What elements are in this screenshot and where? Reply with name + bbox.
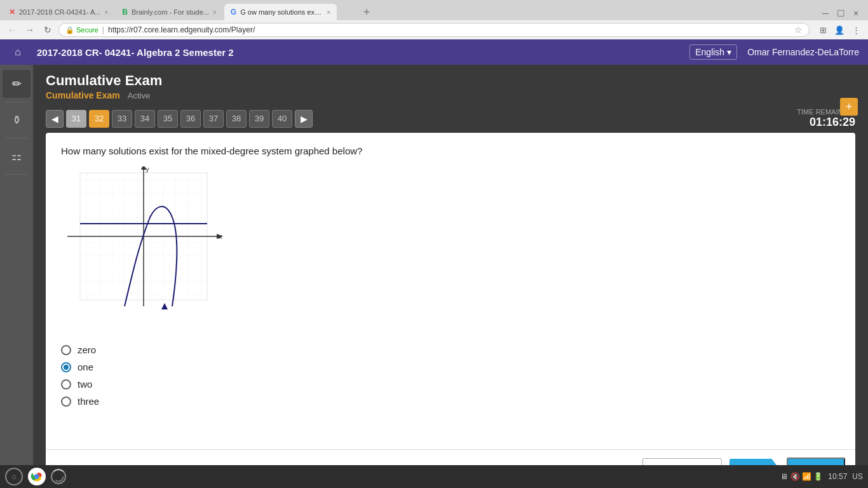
timer-value: 01:16:29 [797,116,855,129]
content-area: Cumulative Exam Cumulative Exam Active ◀… [33,65,868,488]
choice-three-label: three [78,396,99,407]
taskbar-start-button[interactable]: ○ [5,468,23,485]
graph-container: x y [61,166,840,332]
question-panel: How many solutions exist for the mixed-d… [46,133,855,449]
tab-3[interactable]: G G ow many solutions exis... × [224,4,337,20]
question-content: How many solutions exist for the mixed-d… [46,133,855,419]
question-31-button[interactable]: 31 [66,110,86,128]
new-tab-button[interactable]: + [358,4,375,20]
question-nav: ◀ 31 32 33 34 35 36 37 38 39 40 ▶ TIME R… [33,104,868,133]
question-33-button[interactable]: 33 [112,110,132,128]
secure-badge: 🔒 Secure [65,26,98,34]
answer-choices: zero one two [61,344,840,407]
question-32-button[interactable]: 32 [89,110,109,128]
language-selector[interactable]: English ▾ [689,44,737,60]
choice-one[interactable]: one [61,362,840,372]
tab-bar: ✕ 2017-2018 CR-04241- A... × B Brainly.c… [0,0,868,20]
choice-three[interactable]: three [61,396,840,407]
sidebar: ✏ ⚱ ⚏ ▲ [0,65,33,488]
address-bar: ← → ↻ 🔒 Secure | https://r07.core.learn.… [0,20,868,39]
question-36-button[interactable]: 36 [180,110,201,128]
tab-close-3[interactable]: × [327,9,330,16]
choice-zero[interactable]: zero [61,344,840,355]
sidebar-divider-3 [5,174,28,175]
question-34-button[interactable]: 34 [135,110,155,128]
exam-header: Cumulative Exam Cumulative Exam Active [33,65,868,104]
app-title: 2017-2018 CR- 04241- Algebra 2 Semester … [37,47,679,58]
add-button[interactable]: + [840,98,858,116]
exam-subtitle-row: Cumulative Exam Active [46,90,855,100]
exam-status: Active [128,91,150,100]
tab-4-empty [338,4,357,20]
back-button[interactable]: ← [5,23,19,37]
chevron-down-icon: ▾ [727,47,731,57]
profile-button[interactable]: 👤 [832,23,846,37]
radio-three[interactable] [61,396,71,407]
tab-close-1[interactable]: × [104,9,108,16]
taskbar-chrome-icon[interactable] [28,468,46,485]
taskbar-status: 🖥 🔇 📶 🔋 10:57 US [780,472,863,481]
address-text: https://r07.core.learn.edgenuity.com/Pla… [108,25,255,34]
question-38-button[interactable]: 38 [226,110,247,128]
svg-text:y: y [146,166,149,173]
coordinate-graph: x y [61,166,226,332]
sidebar-divider-1 [5,102,28,102]
svg-marker-9 [161,303,168,309]
maximize-button[interactable]: ☐ [834,6,848,20]
tab-close-2[interactable]: × [213,9,217,16]
tab-1[interactable]: ✕ 2017-2018 CR-04241- A... × [3,4,114,20]
question-37-button[interactable]: 37 [203,110,224,128]
minimize-button[interactable]: ─ [818,6,832,20]
radio-one[interactable] [61,362,71,372]
bookmark-icon[interactable]: ☆ [794,25,803,35]
taskbar-icons: 🖥 🔇 📶 🔋 [780,472,823,481]
language-label: English [695,47,724,57]
svg-point-12 [35,475,39,478]
taskbar: ○ 🖥 🔇 📶 🔋 10:57 US [0,465,868,488]
question-39-button[interactable]: 39 [249,110,269,128]
close-window-button[interactable]: × [849,6,863,20]
exam-subtitle: Cumulative Exam [46,90,120,100]
sidebar-item-headphones[interactable]: ⚱ [3,106,31,134]
user-name: Omar Fernandez-DeLaTorre [747,47,859,57]
refresh-button[interactable]: ↻ [41,23,55,37]
sidebar-item-calculator[interactable]: ⚏ [3,142,31,170]
svg-point-13 [54,472,64,482]
question-text: How many solutions exist for the mixed-d… [61,146,840,156]
choice-zero-label: zero [78,344,96,355]
question-35-button[interactable]: 35 [158,110,178,128]
choice-two-label: two [78,379,92,390]
sidebar-item-pencil[interactable]: ✏ [3,70,31,98]
settings-button[interactable]: ⋮ [849,23,863,37]
taskbar-time: 10:57 [828,472,847,481]
tab-2[interactable]: B Brainly.com - For stude... × [116,4,223,20]
choice-one-label: one [78,362,93,372]
browser-chrome: ✕ 2017-2018 CR-04241- A... × B Brainly.c… [0,0,868,39]
forward-button[interactable]: → [23,23,37,37]
extensions-button[interactable]: ⊞ [816,23,830,37]
radio-two[interactable] [61,379,71,390]
exam-title: Cumulative Exam [46,72,855,89]
radio-zero[interactable] [61,345,71,355]
sidebar-divider-2 [5,138,28,139]
taskbar-spinner-icon[interactable] [51,469,66,484]
prev-question-button[interactable]: ◀ [46,110,64,128]
app-header: ⌂ 2017-2018 CR- 04241- Algebra 2 Semeste… [0,39,868,65]
choice-two[interactable]: two [61,379,840,390]
question-40-button[interactable]: 40 [272,110,292,128]
address-input[interactable]: 🔒 Secure | https://r07.core.learn.edgenu… [58,23,810,37]
taskbar-region: US [852,472,863,481]
svg-text:x: x [219,233,222,240]
main-layout: ✏ ⚱ ⚏ ▲ Cumulative Exam Cumulative Exam … [0,65,868,488]
next-question-button[interactable]: ▶ [295,110,313,128]
home-button[interactable]: ⌂ [9,43,27,61]
